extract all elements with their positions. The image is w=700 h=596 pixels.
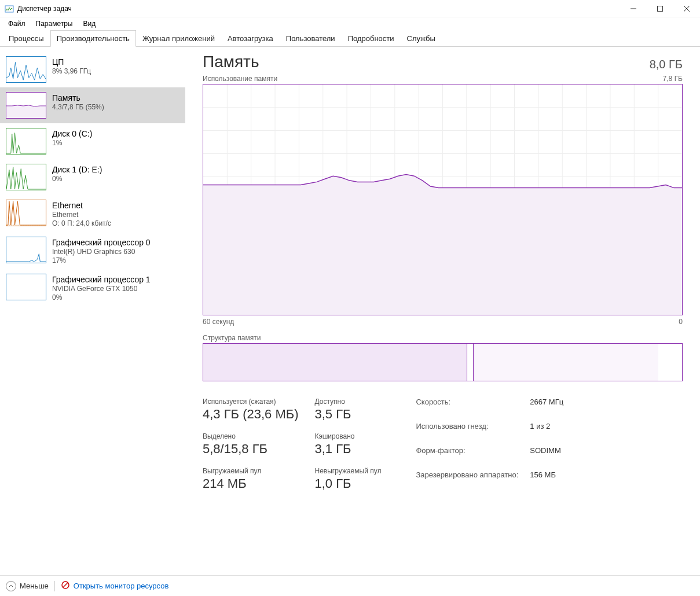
close-button[interactable] xyxy=(673,0,700,17)
gpu1-sub2: 0% xyxy=(52,293,151,301)
disk1-title: Диск 1 (D: E:) xyxy=(52,165,102,174)
sidebar-item-disk1[interactable]: Диск 1 (D: E:) 0% xyxy=(0,159,185,195)
divider xyxy=(54,581,55,591)
memory-capacity: 8,0 ГБ xyxy=(650,58,683,71)
form-value: SODIMM xyxy=(530,446,563,467)
minimize-button[interactable] xyxy=(620,0,647,17)
paged-value: 214 МБ xyxy=(203,476,299,491)
used-value: 4,3 ГБ (23,6 МБ) xyxy=(203,407,299,422)
tab-services[interactable]: Службы xyxy=(401,30,442,47)
avail-value: 3,5 ГБ xyxy=(315,407,382,422)
cpu-title: ЦП xyxy=(52,57,91,67)
menubar: Файл Параметры Вид xyxy=(0,17,700,30)
used-label: Используется (сжатая) xyxy=(203,398,299,406)
ethernet-title: Ethernet xyxy=(52,201,111,210)
tab-performance[interactable]: Производительность xyxy=(50,30,136,47)
window-title: Диспетчер задач xyxy=(17,5,72,13)
memory-thumbnail xyxy=(6,92,46,119)
app-icon xyxy=(5,4,14,13)
gpu0-thumbnail xyxy=(6,237,46,263)
titlebar: Диспетчер задач xyxy=(0,0,700,17)
menu-view[interactable]: Вид xyxy=(78,19,100,29)
maximize-button[interactable] xyxy=(647,0,673,17)
slots-value: 1 из 2 xyxy=(530,422,563,443)
gpu1-title: Графический процессор 1 xyxy=(52,275,151,284)
page-title: Память xyxy=(203,53,259,71)
sidebar-item-ethernet[interactable]: Ethernet Ethernet О: 0 П: 24,0 кбит/с xyxy=(0,195,185,232)
ethernet-sub2: О: 0 П: 24,0 кбит/с xyxy=(52,219,111,227)
gpu0-title: Графический процессор 0 xyxy=(52,238,151,247)
gpu0-sub1: Intel(R) UHD Graphics 630 xyxy=(52,248,151,256)
reserved-label: Зарезервировано аппаратно: xyxy=(416,470,518,491)
axis-right: 0 xyxy=(679,318,683,326)
nonpaged-value: 1,0 ГБ xyxy=(315,476,382,491)
fewer-details-button[interactable]: Меньше xyxy=(6,581,49,591)
svg-rect-2 xyxy=(658,6,663,11)
memory-sub: 4,3/7,8 ГБ (55%) xyxy=(52,103,104,111)
reserved-value: 156 МБ xyxy=(530,470,563,491)
disk1-thumbnail xyxy=(6,164,46,190)
svg-line-36 xyxy=(63,583,68,587)
composition-label: Структура памяти xyxy=(203,334,683,342)
open-resource-monitor-label: Открыть монитор ресурсов xyxy=(74,582,168,590)
chart-label-left: Использование памяти xyxy=(203,75,277,83)
disk1-sub: 0% xyxy=(52,175,102,183)
tab-users[interactable]: Пользователи xyxy=(280,30,342,47)
axis-left: 60 секунд xyxy=(203,318,234,326)
memory-title: Память xyxy=(52,93,104,102)
sidebar-item-gpu0[interactable]: Графический процессор 0 Intel(R) UHD Gra… xyxy=(0,232,185,269)
composition-segment xyxy=(474,344,658,381)
sidebar-item-cpu[interactable]: ЦП 8% 3,96 ГГц xyxy=(0,51,185,87)
menu-options[interactable]: Параметры xyxy=(31,19,78,29)
cpu-sub: 8% 3,96 ГГц xyxy=(52,67,91,75)
svg-rect-5 xyxy=(6,106,46,118)
commit-label: Выделено xyxy=(203,432,299,440)
cpu-thumbnail xyxy=(6,56,46,83)
commit-value: 5,8/15,8 ГБ xyxy=(203,442,299,457)
tab-bar: Процессы Производительность Журнал прило… xyxy=(0,30,700,47)
cached-label: Кэшировано xyxy=(315,432,382,440)
composition-segment xyxy=(467,344,474,381)
speed-value: 2667 МГц xyxy=(530,398,563,418)
disk0-thumbnail xyxy=(6,128,46,154)
sidebar-item-gpu1[interactable]: Графический процессор 1 NVIDIA GeForce G… xyxy=(0,269,185,306)
footer: Меньше Открыть монитор ресурсов xyxy=(0,575,700,596)
paged-label: Выгружаемый пул xyxy=(203,467,299,475)
composition-segment xyxy=(203,344,467,381)
chevron-up-icon xyxy=(6,581,16,591)
resource-monitor-icon xyxy=(61,580,70,591)
fewer-details-label: Меньше xyxy=(20,582,49,590)
tab-startup[interactable]: Автозагрузка xyxy=(221,30,280,47)
nonpaged-label: Невыгружаемый пул xyxy=(315,467,382,475)
memory-composition-bar xyxy=(203,343,683,381)
gpu1-sub1: NVIDIA GeForce GTX 1050 xyxy=(52,285,151,293)
cached-value: 3,1 ГБ xyxy=(315,442,382,457)
composition-segment xyxy=(658,344,682,381)
window-controls xyxy=(620,0,700,17)
tab-details[interactable]: Подробности xyxy=(342,30,401,47)
disk0-title: Диск 0 (C:) xyxy=(52,129,92,138)
main-panel: Память 8,0 ГБ Использование памяти 7,8 Г… xyxy=(185,47,700,575)
memory-usage-chart xyxy=(203,84,683,315)
gpu1-thumbnail xyxy=(6,274,46,300)
disk0-sub: 1% xyxy=(52,139,92,147)
slots-label: Использовано гнезд: xyxy=(416,422,518,443)
chart-label-right: 7,8 ГБ xyxy=(663,75,683,83)
open-resource-monitor-link[interactable]: Открыть монитор ресурсов xyxy=(61,580,168,591)
tab-app-history[interactable]: Журнал приложений xyxy=(136,30,221,47)
avail-label: Доступно xyxy=(315,398,382,406)
ethernet-sub1: Ethernet xyxy=(52,211,111,219)
sidebar-item-disk0[interactable]: Диск 0 (C:) 1% xyxy=(0,123,185,159)
stats-section: Используется (сжатая) 4,3 ГБ (23,6 МБ) Д… xyxy=(203,398,683,491)
ethernet-thumbnail xyxy=(6,200,46,226)
gpu0-sub2: 17% xyxy=(52,256,151,264)
sidebar-item-memory[interactable]: Память 4,3/7,8 ГБ (55%) xyxy=(0,87,185,123)
speed-label: Скорость: xyxy=(416,398,518,418)
tab-processes[interactable]: Процессы xyxy=(2,30,50,47)
performance-sidebar: ЦП 8% 3,96 ГГц Память 4,3/7,8 ГБ (55%) Д… xyxy=(0,47,185,575)
content: ЦП 8% 3,96 ГГц Память 4,3/7,8 ГБ (55%) Д… xyxy=(0,47,700,575)
form-label: Форм-фактор: xyxy=(416,446,518,467)
menu-file[interactable]: Файл xyxy=(3,19,30,29)
